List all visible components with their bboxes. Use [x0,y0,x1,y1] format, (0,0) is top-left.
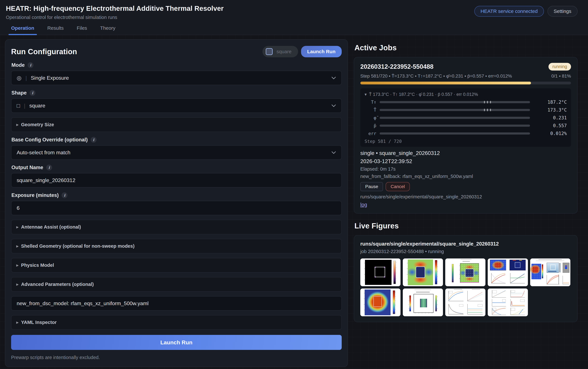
figure-thumb-trends-3x2[interactable] [488,288,528,316]
shape-checkbox[interactable] [266,48,273,55]
mode-label: Mode [11,62,25,68]
figure-thumb-temperature[interactable] [360,288,401,316]
shape-option-icon: □ [17,102,20,109]
figure-thumbnail-grid [360,258,571,316]
job-id: 20260312-223952-550488 [360,63,433,70]
chevron-down-icon [331,103,336,109]
settings-button[interactable]: Settings [547,6,578,17]
service-status-badge: HEATR service connected [474,6,544,17]
step-counter: Step 581 / 720 [365,139,567,144]
active-tab-underline [9,34,37,35]
job-metrics-panel: ▾ T̄ 173.3°C · T↑ 187.2°C · φ̄ 0.231 · p… [360,88,571,147]
caret-down-icon: ▾ [365,92,367,97]
live-figures-card: runs/square/single/experimental/square_s… [354,235,578,322]
tab-theory[interactable]: Theory [100,24,116,35]
figure-thumb-mask[interactable] [360,258,401,286]
pause-button[interactable]: Pause [360,182,383,191]
caret-right-icon: ▸ [16,282,19,287]
chevron-down-icon [331,150,336,156]
base-config-info-icon[interactable]: i [91,137,96,143]
metric-tick-marker [490,101,491,103]
base-config-value: Auto-select from match [17,150,70,156]
log-link[interactable]: log [360,202,367,208]
tab-operation[interactable]: Operation [10,24,35,35]
live-figures-title: Live Figures [354,221,578,230]
section-yaml-inspector[interactable]: ▸YAML Inspector [11,315,342,330]
launch-run-button-main[interactable]: Launch Run [11,335,342,350]
exposure-input[interactable]: 6 [11,201,342,215]
figure-thumb-report[interactable] [530,258,570,286]
exposure-info-icon[interactable]: i [62,192,67,198]
status-badge: running [548,63,571,71]
section-physics-model[interactable]: ▸Physics Model [11,258,342,273]
active-jobs-title: Active Jobs [354,43,578,52]
run-configuration-panel: Run Configuration square Launch Run Mode… [5,39,348,367]
mode-info-icon[interactable]: i [28,62,33,68]
shape-label: Shape [11,90,27,96]
job-progress-bar [360,82,571,84]
figure-thumb-melt-fraction[interactable] [403,288,443,316]
job-progress-label: 0/1 • 81% [551,73,571,79]
metric-tick-marker [487,101,488,103]
chevron-down-icon [331,75,336,81]
output-name-input[interactable]: square_single_20260312 [11,173,342,187]
section-antennae-assist[interactable]: ▸Antennae Assist (optional) [11,220,342,234]
base-config-select[interactable]: Auto-select from match [11,145,342,160]
shape-value: square [29,103,45,109]
figure-thumb-field[interactable] [403,258,443,286]
job-elapsed: Elapsed: 0m 17s [360,166,571,172]
base-config-label: Base Config Override (optional) [11,137,88,143]
figure-thumb-four-panel[interactable] [488,258,528,286]
metric-row-err: err 0.012% [365,131,567,136]
shape-quick-label: square [277,49,291,54]
shape-quick-toggle[interactable]: square [262,46,298,57]
section-shelled-geometry[interactable]: ▸Shelled Geometry (optional for non-swee… [11,239,342,253]
job-run-path: runs/square/single/experimental/square_s… [360,194,571,200]
mode-option-icon: ◎ [17,75,21,81]
tab-bar: Operation Results Files Theory [0,21,588,35]
dsc-model-override-input[interactable]: new_from_dsc_model: rfam_eqs_xz_uniform_… [11,296,342,310]
page-root: { "header": { "title": "HEATR: High-freq… [0,0,588,369]
exposure-label: Exposure (minutes) [11,192,59,198]
metric-tick-marker [484,101,485,103]
output-name-label: Output Name [11,164,43,170]
app-heading: HEATR: High-frequency Electrothermal Add… [6,5,224,20]
launch-run-button-top[interactable]: Launch Run [301,46,342,57]
shape-select[interactable]: □ | square [11,98,342,113]
figure-thumb-trends-2x2[interactable] [445,288,485,316]
metric-tick-marker [484,109,485,111]
job-fallback: new_from_fallback: rfam_eqs_xz_uniform_5… [360,174,571,179]
metrics-summary: T̄ 173.3°C · T↑ 187.2°C · φ̄ 0.231 · p̄ … [369,92,478,97]
page-subtitle: Operational control for electrothermal s… [6,15,224,20]
right-column: Active Jobs 20260312-223952-550488 runni… [354,39,578,322]
caret-right-icon: ▸ [16,263,19,268]
metric-row-rho: p̄ 0.557 [365,123,567,128]
caret-right-icon: ▸ [16,225,19,230]
figures-job-line: job 20260312-223952-550488 • running [360,249,571,254]
tab-files[interactable]: Files [76,24,88,35]
metric-row-tmean: T̄ 173.3°C [365,107,567,113]
output-name-info-icon[interactable]: i [46,164,52,170]
page-title: HEATR: High-frequency Electrothermal Add… [6,5,224,12]
mode-value: Single Exposure [31,75,69,81]
cancel-button[interactable]: Cancel [386,182,410,191]
section-advanced-parameters[interactable]: ▸Advanced Parameters (optional) [11,277,342,292]
mode-select[interactable]: ◎ | Single Exposure [11,71,342,85]
metric-row-tmax: T↑ 187.2°C [365,99,567,105]
active-job-card: 20260312-223952-550488 running Step 581/… [354,57,578,214]
top-bar: HEATR: High-frequency Electrothermal Add… [0,0,588,35]
section-geometry-size[interactable]: ▸Geometry Size [11,117,342,132]
figure-thumb-vectors[interactable] [445,258,485,286]
run-config-title: Run Configuration [11,47,77,56]
prewarp-note: Prewarp scripts are intentionally exclud… [11,355,342,360]
shape-info-icon[interactable]: i [30,90,35,96]
job-status-line: Step 581/720 • T̄=173.3°C • T↑=187.2°C •… [360,73,512,79]
job-name-line: single • square_single_20260312 [360,150,571,156]
caret-right-icon: ▸ [16,320,19,325]
caret-right-icon: ▸ [16,122,19,127]
job-progress-fill [360,82,531,84]
metric-tick-marker [490,109,491,111]
metric-tick-marker [487,109,488,111]
job-timestamp: 2026-03-12T22:39:52 [360,158,571,164]
tab-results[interactable]: Results [47,24,64,35]
